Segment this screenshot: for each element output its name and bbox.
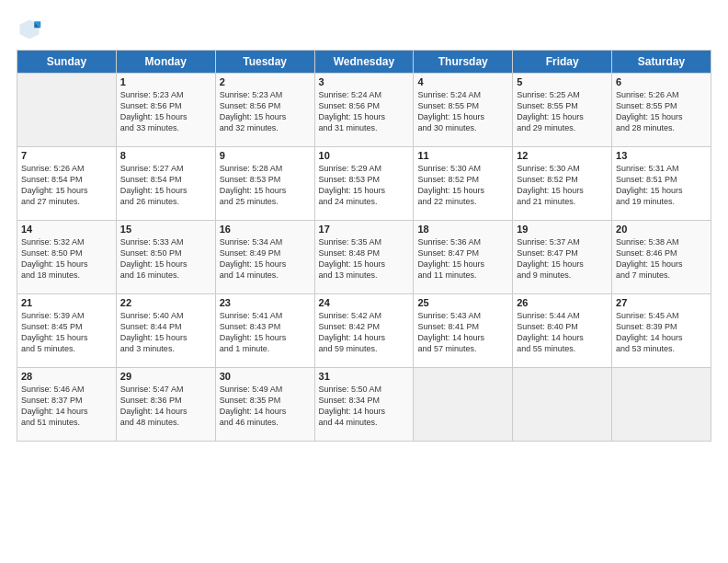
calendar-cell: 7Sunrise: 5:26 AM Sunset: 8:54 PM Daylig… xyxy=(17,147,117,221)
header-cell-saturday: Saturday xyxy=(612,51,711,74)
calendar-body: 1Sunrise: 5:23 AM Sunset: 8:56 PM Daylig… xyxy=(17,74,711,442)
day-number: 9 xyxy=(220,150,311,161)
day-number: 2 xyxy=(220,76,311,87)
calendar-cell xyxy=(414,368,513,442)
day-number: 20 xyxy=(616,224,707,235)
calendar-cell: 28Sunrise: 5:46 AM Sunset: 8:37 PM Dayli… xyxy=(17,368,117,442)
day-number: 5 xyxy=(517,76,608,87)
calendar-cell: 2Sunrise: 5:23 AM Sunset: 8:56 PM Daylig… xyxy=(215,74,314,147)
cell-info: Sunrise: 5:44 AM Sunset: 8:40 PM Dayligh… xyxy=(517,310,608,355)
calendar-cell: 29Sunrise: 5:47 AM Sunset: 8:36 PM Dayli… xyxy=(116,368,215,442)
cell-info: Sunrise: 5:33 AM Sunset: 8:50 PM Dayligh… xyxy=(120,236,211,282)
calendar-cell xyxy=(612,368,711,442)
calendar-week-2: 7Sunrise: 5:26 AM Sunset: 8:54 PM Daylig… xyxy=(17,147,711,221)
calendar-cell: 1Sunrise: 5:23 AM Sunset: 8:56 PM Daylig… xyxy=(116,74,215,147)
calendar-cell: 31Sunrise: 5:50 AM Sunset: 8:34 PM Dayli… xyxy=(314,368,414,442)
calendar-table: SundayMondayTuesdayWednesdayThursdayFrid… xyxy=(17,50,711,442)
cell-info: Sunrise: 5:43 AM Sunset: 8:41 PM Dayligh… xyxy=(417,310,508,355)
day-number: 30 xyxy=(220,371,311,382)
day-number: 25 xyxy=(417,297,508,308)
cell-info: Sunrise: 5:30 AM Sunset: 8:52 PM Dayligh… xyxy=(517,163,608,208)
header-cell-monday: Monday xyxy=(116,51,215,74)
calendar-cell: 4Sunrise: 5:24 AM Sunset: 8:55 PM Daylig… xyxy=(414,74,513,147)
cell-info: Sunrise: 5:37 AM Sunset: 8:47 PM Dayligh… xyxy=(517,236,608,282)
header-cell-tuesday: Tuesday xyxy=(215,51,314,74)
day-number: 4 xyxy=(417,76,508,87)
calendar-cell: 17Sunrise: 5:35 AM Sunset: 8:48 PM Dayli… xyxy=(314,221,414,294)
calendar-week-1: 1Sunrise: 5:23 AM Sunset: 8:56 PM Daylig… xyxy=(17,74,711,147)
calendar-header: SundayMondayTuesdayWednesdayThursdayFrid… xyxy=(17,51,711,74)
calendar-cell: 16Sunrise: 5:34 AM Sunset: 8:49 PM Dayli… xyxy=(215,221,314,294)
day-number: 27 xyxy=(616,297,707,308)
calendar-cell: 11Sunrise: 5:30 AM Sunset: 8:52 PM Dayli… xyxy=(414,147,513,221)
calendar-cell: 13Sunrise: 5:31 AM Sunset: 8:51 PM Dayli… xyxy=(612,147,711,221)
cell-info: Sunrise: 5:25 AM Sunset: 8:55 PM Dayligh… xyxy=(517,89,608,134)
calendar-cell: 18Sunrise: 5:36 AM Sunset: 8:47 PM Dayli… xyxy=(414,221,513,294)
cell-info: Sunrise: 5:42 AM Sunset: 8:42 PM Dayligh… xyxy=(319,310,410,355)
calendar-cell: 15Sunrise: 5:33 AM Sunset: 8:50 PM Dayli… xyxy=(116,221,215,294)
day-number: 11 xyxy=(417,150,508,161)
calendar-week-3: 14Sunrise: 5:32 AM Sunset: 8:50 PM Dayli… xyxy=(17,221,711,294)
day-number: 14 xyxy=(21,224,112,235)
cell-info: Sunrise: 5:34 AM Sunset: 8:49 PM Dayligh… xyxy=(220,236,311,282)
cell-info: Sunrise: 5:24 AM Sunset: 8:56 PM Dayligh… xyxy=(319,89,410,134)
header xyxy=(17,17,711,42)
day-number: 19 xyxy=(517,224,608,235)
calendar-cell: 24Sunrise: 5:42 AM Sunset: 8:42 PM Dayli… xyxy=(314,294,414,368)
calendar-page: SundayMondayTuesdayWednesdayThursdayFrid… xyxy=(0,0,728,563)
cell-info: Sunrise: 5:40 AM Sunset: 8:44 PM Dayligh… xyxy=(120,310,211,355)
day-number: 26 xyxy=(517,297,608,308)
day-number: 23 xyxy=(220,297,311,308)
day-number: 15 xyxy=(120,224,211,235)
calendar-cell: 9Sunrise: 5:28 AM Sunset: 8:53 PM Daylig… xyxy=(215,147,314,221)
cell-info: Sunrise: 5:29 AM Sunset: 8:53 PM Dayligh… xyxy=(319,163,410,208)
calendar-cell: 25Sunrise: 5:43 AM Sunset: 8:41 PM Dayli… xyxy=(414,294,513,368)
header-cell-friday: Friday xyxy=(513,51,612,74)
cell-info: Sunrise: 5:46 AM Sunset: 8:37 PM Dayligh… xyxy=(21,384,112,429)
day-number: 22 xyxy=(120,297,211,308)
calendar-cell: 6Sunrise: 5:26 AM Sunset: 8:55 PM Daylig… xyxy=(612,74,711,147)
cell-info: Sunrise: 5:39 AM Sunset: 8:45 PM Dayligh… xyxy=(21,310,112,355)
day-number: 31 xyxy=(319,371,410,382)
day-number: 29 xyxy=(120,371,211,382)
cell-info: Sunrise: 5:28 AM Sunset: 8:53 PM Dayligh… xyxy=(220,163,311,208)
day-number: 17 xyxy=(319,224,410,235)
day-number: 16 xyxy=(220,224,311,235)
cell-info: Sunrise: 5:26 AM Sunset: 8:54 PM Dayligh… xyxy=(21,163,112,208)
header-row: SundayMondayTuesdayWednesdayThursdayFrid… xyxy=(17,51,711,74)
day-number: 28 xyxy=(21,371,112,382)
cell-info: Sunrise: 5:24 AM Sunset: 8:55 PM Dayligh… xyxy=(417,89,508,134)
calendar-cell: 30Sunrise: 5:49 AM Sunset: 8:35 PM Dayli… xyxy=(215,368,314,442)
cell-info: Sunrise: 5:50 AM Sunset: 8:34 PM Dayligh… xyxy=(319,384,410,429)
cell-info: Sunrise: 5:23 AM Sunset: 8:56 PM Dayligh… xyxy=(120,89,211,134)
cell-info: Sunrise: 5:27 AM Sunset: 8:54 PM Dayligh… xyxy=(120,163,211,208)
calendar-cell: 12Sunrise: 5:30 AM Sunset: 8:52 PM Dayli… xyxy=(513,147,612,221)
cell-info: Sunrise: 5:30 AM Sunset: 8:52 PM Dayligh… xyxy=(417,163,508,208)
calendar-cell: 26Sunrise: 5:44 AM Sunset: 8:40 PM Dayli… xyxy=(513,294,612,368)
day-number: 1 xyxy=(120,76,211,87)
cell-info: Sunrise: 5:31 AM Sunset: 8:51 PM Dayligh… xyxy=(616,163,707,208)
day-number: 10 xyxy=(319,150,410,161)
day-number: 8 xyxy=(120,150,211,161)
header-cell-wednesday: Wednesday xyxy=(314,51,414,74)
day-number: 13 xyxy=(616,150,707,161)
calendar-cell xyxy=(17,74,117,147)
calendar-cell: 14Sunrise: 5:32 AM Sunset: 8:50 PM Dayli… xyxy=(17,221,117,294)
logo xyxy=(17,17,46,42)
calendar-week-5: 28Sunrise: 5:46 AM Sunset: 8:37 PM Dayli… xyxy=(17,368,711,442)
day-number: 24 xyxy=(319,297,410,308)
calendar-cell: 10Sunrise: 5:29 AM Sunset: 8:53 PM Dayli… xyxy=(314,147,414,221)
cell-info: Sunrise: 5:47 AM Sunset: 8:36 PM Dayligh… xyxy=(120,384,211,429)
calendar-cell: 21Sunrise: 5:39 AM Sunset: 8:45 PM Dayli… xyxy=(17,294,117,368)
header-cell-sunday: Sunday xyxy=(17,51,117,74)
cell-info: Sunrise: 5:41 AM Sunset: 8:43 PM Dayligh… xyxy=(220,310,311,355)
day-number: 6 xyxy=(616,76,707,87)
calendar-week-4: 21Sunrise: 5:39 AM Sunset: 8:45 PM Dayli… xyxy=(17,294,711,368)
day-number: 18 xyxy=(417,224,508,235)
cell-info: Sunrise: 5:26 AM Sunset: 8:55 PM Dayligh… xyxy=(616,89,707,134)
header-cell-thursday: Thursday xyxy=(414,51,513,74)
calendar-cell: 5Sunrise: 5:25 AM Sunset: 8:55 PM Daylig… xyxy=(513,74,612,147)
cell-info: Sunrise: 5:23 AM Sunset: 8:56 PM Dayligh… xyxy=(220,89,311,134)
calendar-cell: 23Sunrise: 5:41 AM Sunset: 8:43 PM Dayli… xyxy=(215,294,314,368)
cell-info: Sunrise: 5:36 AM Sunset: 8:47 PM Dayligh… xyxy=(417,236,508,282)
